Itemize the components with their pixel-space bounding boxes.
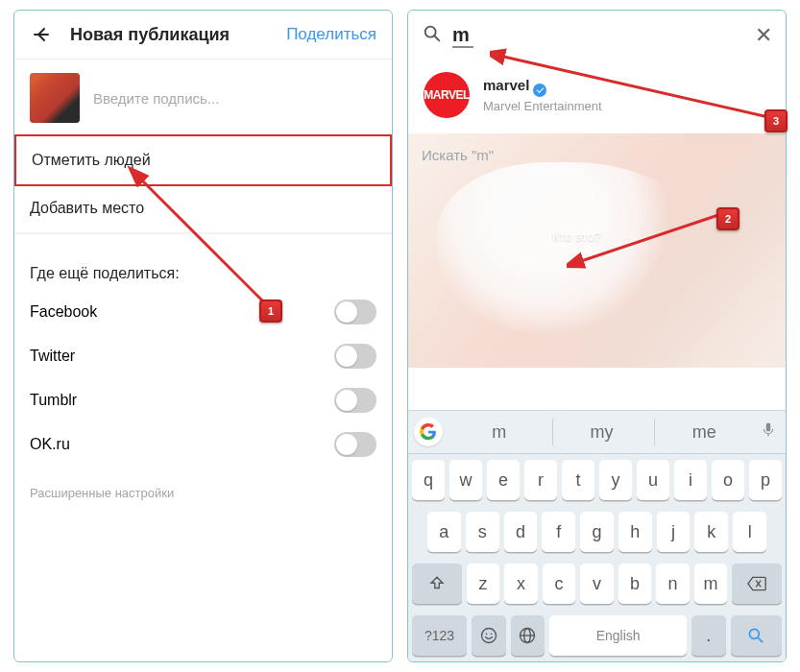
key-row: asdfghjkl xyxy=(408,506,786,558)
caption-placeholder[interactable]: Введите подпись... xyxy=(93,90,219,107)
annotation-2: 2 xyxy=(716,207,739,230)
share-button[interactable]: Поделиться xyxy=(286,25,376,44)
network-label: Tumblr xyxy=(30,392,77,409)
key-q[interactable]: q xyxy=(412,460,445,500)
search-input[interactable]: m xyxy=(452,24,473,48)
key-t[interactable]: t xyxy=(562,460,594,500)
photo-background[interactable]: Искать "m" Кто это? xyxy=(408,133,786,368)
result-avatar: MARVEL xyxy=(424,72,470,118)
network-label: OK.ru xyxy=(30,436,70,453)
divider xyxy=(14,233,392,250)
search-bar: m ✕ xyxy=(408,11,786,60)
svg-point-3 xyxy=(491,634,493,636)
key-row: zxcvbnm xyxy=(408,558,786,610)
key-y[interactable]: y xyxy=(599,460,632,500)
share-twitter: Twitter xyxy=(14,334,392,378)
search-result[interactable]: MARVEL marvel Marvel Entertainment xyxy=(408,60,786,133)
suggestion[interactable]: me xyxy=(654,418,753,446)
key-x[interactable]: x xyxy=(504,564,538,604)
annotation-3: 3 xyxy=(764,109,788,132)
key-m[interactable]: m xyxy=(694,564,728,604)
key-d[interactable]: d xyxy=(504,512,538,552)
svg-point-0 xyxy=(425,27,436,37)
share-tumblr: Tumblr xyxy=(14,378,392,422)
phone-search-tag: m ✕ MARVEL marvel Marvel Entertainment И… xyxy=(407,10,787,662)
add-location-row[interactable]: Добавить место xyxy=(14,184,392,233)
emoji-key[interactable] xyxy=(472,615,506,656)
key-n[interactable]: n xyxy=(656,564,690,604)
svg-point-2 xyxy=(486,634,488,636)
key-b[interactable]: b xyxy=(618,564,652,604)
key-s[interactable]: s xyxy=(466,512,499,552)
key-w[interactable]: w xyxy=(449,460,482,500)
share-facebook: Facebook xyxy=(14,290,392,334)
toggle-facebook[interactable] xyxy=(334,300,376,324)
toggle-tumblr[interactable] xyxy=(334,388,376,413)
back-arrow-icon[interactable] xyxy=(30,22,55,47)
search-hint: Искать "m" xyxy=(422,147,494,163)
mic-icon[interactable] xyxy=(757,421,780,443)
result-username: marvel xyxy=(483,77,602,97)
caption-row[interactable]: Введите подпись... xyxy=(14,60,392,136)
google-icon[interactable] xyxy=(414,418,443,446)
search-icon xyxy=(422,23,443,48)
key-h[interactable]: h xyxy=(618,512,652,552)
svg-point-6 xyxy=(750,629,760,638)
globe-key[interactable] xyxy=(511,615,545,656)
key-a[interactable]: a xyxy=(427,512,461,552)
toggle-twitter[interactable] xyxy=(334,344,376,369)
keyboard: m my me qwertyuiop asdfghjkl zxcvbnm ?12… xyxy=(408,410,786,661)
key-g[interactable]: g xyxy=(580,512,614,552)
key-e[interactable]: e xyxy=(487,460,520,500)
key-j[interactable]: j xyxy=(657,512,691,552)
key-p[interactable]: p xyxy=(749,460,782,500)
shift-key[interactable] xyxy=(412,564,462,604)
search-key[interactable] xyxy=(731,615,782,656)
key-z[interactable]: z xyxy=(467,564,500,604)
tag-people-row[interactable]: Отметить людей xyxy=(14,134,392,186)
suggestion[interactable]: my xyxy=(552,418,651,446)
key-row: qwertyuiop xyxy=(408,454,786,506)
key-o[interactable]: o xyxy=(712,460,744,500)
key-v[interactable]: v xyxy=(580,564,614,604)
key-c[interactable]: c xyxy=(543,564,576,604)
key-i[interactable]: i xyxy=(674,460,707,500)
header: Новая публикация Поделиться xyxy=(14,11,392,60)
close-icon[interactable]: ✕ xyxy=(755,23,772,48)
period-key[interactable]: . xyxy=(691,615,726,656)
suggestion[interactable]: m xyxy=(450,418,548,446)
share-okru: OK.ru xyxy=(14,422,392,467)
key-l[interactable]: l xyxy=(733,512,766,552)
suggestion-bar: m my me xyxy=(408,411,786,454)
space-key[interactable]: English xyxy=(549,615,687,656)
numeric-key[interactable]: ?123 xyxy=(412,615,467,656)
svg-point-1 xyxy=(481,629,496,643)
key-k[interactable]: k xyxy=(694,512,728,552)
page-title: Новая публикация xyxy=(70,25,286,45)
network-label: Twitter xyxy=(30,348,75,365)
key-u[interactable]: u xyxy=(637,460,669,500)
key-r[interactable]: r xyxy=(524,460,557,500)
key-f[interactable]: f xyxy=(542,512,575,552)
key-row: ?123 English . xyxy=(408,610,786,661)
result-fullname: Marvel Entertainment xyxy=(483,99,602,113)
annotation-1: 1 xyxy=(259,300,282,323)
also-share-label: Где ещё поделиться: xyxy=(14,250,392,290)
phone-new-post: Новая публикация Поделиться Введите подп… xyxy=(13,10,393,662)
post-thumbnail[interactable] xyxy=(30,73,80,123)
verified-icon xyxy=(533,84,546,97)
toggle-okru[interactable] xyxy=(334,432,376,457)
advanced-settings[interactable]: Расширенные настройки xyxy=(14,467,392,519)
network-label: Facebook xyxy=(30,303,97,321)
tag-prompt[interactable]: Кто это? xyxy=(552,229,601,244)
backspace-key[interactable] xyxy=(732,564,782,604)
